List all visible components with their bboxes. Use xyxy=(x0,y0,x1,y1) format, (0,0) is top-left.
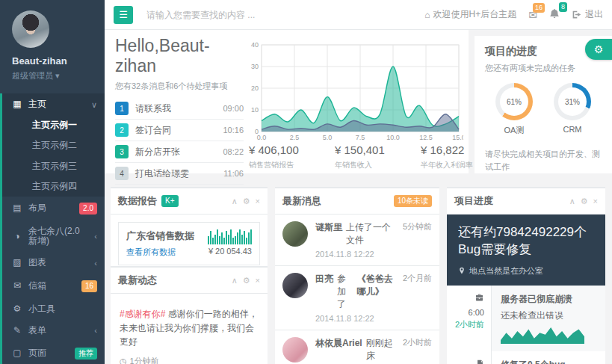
close-icon[interactable]: × xyxy=(593,197,598,206)
close-icon[interactable]: × xyxy=(256,197,260,206)
messages-dropdown-button[interactable]: ✉ 16 xyxy=(528,9,537,21)
donut-percent: 31% xyxy=(558,87,587,116)
todo-item[interactable]: 2 签订合同 10:16 xyxy=(115,120,244,141)
panel-title: 项目的进度 xyxy=(485,45,602,58)
chevron-down-icon: ∨ xyxy=(91,100,97,109)
donut-crm: 31% CRM xyxy=(554,83,591,136)
message-ago: 5分钟前 xyxy=(398,221,432,247)
chevron-left-icon: ‹ xyxy=(94,326,97,335)
latest-messages-panel: 最新消息 10条未读 谜斯里 上传了一个文件 5分钟前 2014.11.8 12… xyxy=(275,187,439,364)
logout-button[interactable]: 退出 xyxy=(572,8,603,21)
sidebar-item-mailbox[interactable]: ✉ 信箱 16 xyxy=(2,274,105,298)
panel-subtitle: 您还有两项未完成的任务 xyxy=(485,63,602,74)
donut-label: OA测 xyxy=(495,125,533,136)
stat-block: ¥ 150,401 年销售收入 xyxy=(335,144,385,170)
event-title: 修复了0.5个bug xyxy=(501,359,596,364)
view-all-data-link[interactable]: 查看所有数据 xyxy=(126,247,194,258)
panel-header: 最新消息 10条未读 xyxy=(275,187,439,215)
todo-item[interactable]: 3 新分店开张 08:22 xyxy=(115,141,244,163)
todo-time: 11:06 xyxy=(223,169,244,178)
donut-label: CRM xyxy=(554,125,591,134)
todo-time: 08:22 xyxy=(223,147,244,156)
panel-title: 最新动态 xyxy=(118,274,157,287)
top-navbar: ☰ ⌂ 欢迎使用H+后台主题 ✉ 16 8 退出 xyxy=(105,0,612,30)
alert-count-badge: 8 xyxy=(559,2,567,12)
message-date: 2014.11.8 12:22 xyxy=(315,250,432,259)
event-time: 6:00 xyxy=(447,308,484,317)
stat-value: ¥ 150,401 xyxy=(335,144,385,156)
todo-item[interactable]: 4 打电话给璟雯 11:06 xyxy=(115,163,244,185)
hello-left: Hello,Beaut-zihan 您有32条消息和6个待处理事项 1 请联系我… xyxy=(115,36,244,206)
avatar[interactable] xyxy=(282,337,308,363)
sidebar-item-yuqiyuba[interactable]: ◑ 余七余八(2.0新增) ‹ xyxy=(2,220,105,252)
message-action: 上传了一个文件 xyxy=(346,221,398,247)
message-user-link[interactable]: 谜斯里 xyxy=(315,221,342,247)
sidebar-item-home[interactable]: ▦ 主页 ∨ xyxy=(2,93,105,115)
overview-note: 请尽快完成相关项目的开发、测试工作 xyxy=(485,148,602,173)
sidebar-subitem-example3[interactable]: 主页示例三 xyxy=(2,156,105,176)
todo-number-badge: 2 xyxy=(115,123,129,137)
avatar[interactable] xyxy=(282,273,308,298)
theme-config-button[interactable]: ⚙ xyxy=(585,39,612,60)
data-report-panel: 数据报告 K+ ∧ ⚙ × 广东省销售数据 查看所有数据 ¥ 20 054.43 xyxy=(111,187,268,274)
user-role-dropdown[interactable]: 超级管理员 ▾ xyxy=(12,70,94,81)
sales-stats: ¥ 406,100 销售营销报告 ¥ 150,401 年销售收入 ¥ 16,82… xyxy=(249,144,473,170)
user-name: Beaut-zihan xyxy=(12,55,94,67)
donut-chart: 61% xyxy=(495,83,533,120)
home-submenu: 主页示例一 主页示例二 主页示例三 主页示例四 xyxy=(2,115,105,197)
todo-number-badge: 1 xyxy=(115,102,129,115)
search-input[interactable] xyxy=(145,9,320,21)
message-user-link[interactable]: 田亮 xyxy=(315,273,333,311)
wrench-icon[interactable]: ⚙ xyxy=(243,197,250,206)
gear-icon: ⚙ xyxy=(594,43,604,55)
user-avatar[interactable] xyxy=(12,10,49,48)
sidebar-item-pages[interactable]: ▢ 页面 推荐 xyxy=(2,342,105,364)
sidebar-item-layouts[interactable]: ▤ 布局 2.0 xyxy=(2,197,105,220)
collapse-icon[interactable]: ∧ xyxy=(232,276,238,286)
version-badge: 2.0 xyxy=(79,203,97,215)
svg-text:12.5: 12.5 xyxy=(419,134,433,141)
sidebar-item-charts[interactable]: ▨ 图表 ‹ xyxy=(2,252,105,274)
sidebar-subitem-example2[interactable]: 主页示例二 xyxy=(2,135,105,155)
hello-panel: Hello,Beaut-zihan 您有32条消息和6个待处理事项 1 请联系我… xyxy=(105,30,469,173)
sidebar-toggle-button[interactable]: ☰ xyxy=(114,6,133,24)
panel-content: 还有约79842492229个Bug需要修复 地点当然是在办公室 6:00 2小… xyxy=(447,215,605,364)
envelope-icon: ✉ xyxy=(12,281,22,291)
stat-label: 年销售收入 xyxy=(335,160,385,170)
svg-text:30: 30 xyxy=(251,63,259,70)
wrench-icon[interactable]: ⚙ xyxy=(243,276,250,286)
panel-content: #感谢有你# 感谢你们一路的相伴，未来也请让我为你们撑腰，我们会更好 ◷ 1分钟… xyxy=(111,294,268,364)
collapse-icon[interactable]: ∧ xyxy=(569,197,575,206)
avatar[interactable] xyxy=(282,221,308,247)
event-title: 服务器已彻底崩溃 xyxy=(501,293,596,306)
todo-item[interactable]: 1 请联系我 09:00 xyxy=(115,98,244,120)
sidebar-subitem-example1[interactable]: 主页示例一 xyxy=(2,115,105,135)
event-description: 还未检查出错误 xyxy=(501,309,596,322)
svg-text:2.5: 2.5 xyxy=(290,134,300,141)
pencil-icon: ✎ xyxy=(12,326,22,336)
panel-tools: ∧ ⚙ × xyxy=(232,276,260,286)
panel-content: 谜斯里 上传了一个文件 5分钟前 2014.11.8 12:22 田亮 参加了 … xyxy=(275,215,439,364)
todo-label: 签订合同 xyxy=(135,124,171,137)
close-icon[interactable]: × xyxy=(256,276,260,286)
briefcase-icon xyxy=(475,293,484,302)
wrench-icon[interactable]: ⚙ xyxy=(581,197,588,206)
stat-label: 销售营销报告 xyxy=(249,160,299,170)
collapse-icon[interactable]: ∧ xyxy=(232,197,238,206)
panel-header: 项目进度 ∧ ⚙ × xyxy=(447,187,605,215)
chevron-left-icon: ‹ xyxy=(94,232,97,241)
message-user-link[interactable]: 林依晨Ariel xyxy=(315,337,362,363)
nav-group-home: ▦ 主页 ∨ 主页示例一 主页示例二 主页示例三 主页示例四 xyxy=(2,93,105,197)
panel-title: 数据报告 xyxy=(118,194,157,208)
sidebar-item-widgets[interactable]: ⚙ 小工具 xyxy=(2,298,105,320)
hashtag-link[interactable]: #感谢有你# xyxy=(120,309,165,319)
alerts-dropdown-button[interactable]: 8 xyxy=(549,8,560,21)
sidebar-item-forms[interactable]: ✎ 表单 ‹ xyxy=(2,320,105,342)
caret-down-icon: ▾ xyxy=(55,71,60,80)
panel-header: 数据报告 K+ ∧ ⚙ × xyxy=(111,187,268,215)
sidebar: Beaut-zihan 超级管理员 ▾ ▦ 主页 ∨ 主页示例一 主页示例二 主… xyxy=(0,0,105,364)
panel-title: 项目进度 xyxy=(454,194,493,208)
sales-area-chart: 0102030400.02.55.07.510.012.515.0 xyxy=(245,39,463,146)
svg-text:10.0: 10.0 xyxy=(386,134,400,141)
sidebar-subitem-example4[interactable]: 主页示例四 xyxy=(2,176,105,197)
